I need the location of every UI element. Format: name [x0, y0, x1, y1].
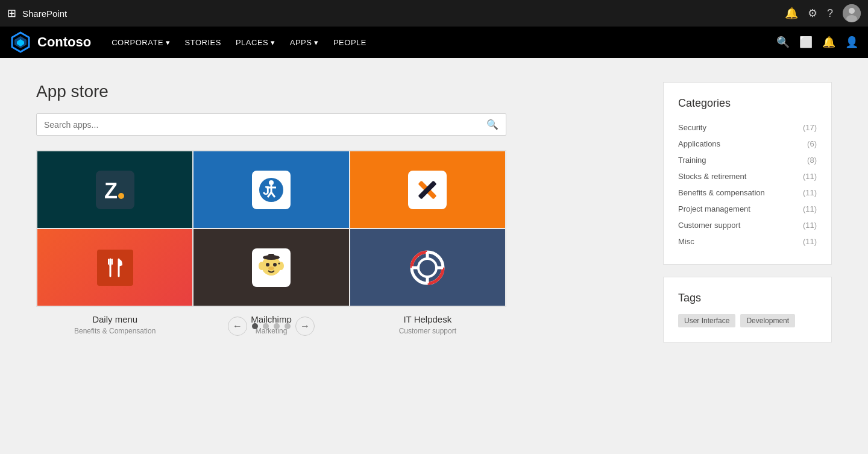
nav-bar: Contoso CORPORATE ▾ STORIES PLACES ▾ APP…	[0, 27, 868, 58]
nav-corporate[interactable]: CORPORATE ▾	[105, 34, 176, 51]
page-dot-2[interactable]	[263, 323, 269, 329]
svg-point-2	[846, 15, 857, 22]
category-applications[interactable]: Applications (6)	[678, 136, 817, 152]
brand-icon	[10, 31, 31, 53]
tag-development[interactable]: Development	[740, 314, 795, 327]
category-training[interactable]: Training (8)	[678, 152, 817, 168]
prev-page-button[interactable]: ←	[228, 317, 247, 336]
brand[interactable]: Contoso	[10, 31, 91, 53]
category-benefits[interactable]: Benefits & compensation (11)	[678, 184, 817, 201]
svg-text:Z: Z	[104, 178, 118, 202]
nav-person-icon[interactable]: 👤	[845, 36, 858, 49]
search-input[interactable]	[44, 120, 486, 130]
dailymenu-sub: Benefits & Compensation	[47, 327, 183, 335]
jira-banner: J	[193, 151, 348, 228]
mailchimp-info: Mailchimp Marketing	[193, 306, 348, 344]
ithelpdesk-info: IT Helpdesk Customer support	[350, 306, 505, 344]
svg-point-10	[269, 180, 274, 185]
svg-point-7	[118, 193, 124, 199]
notification-icon[interactable]: 🔔	[785, 7, 798, 20]
jira-logo: J	[258, 177, 285, 203]
ithelpdesk-logo	[409, 250, 445, 286]
tags-list: User Interface Development	[678, 314, 817, 327]
nav-bar-right: 🔍 ⬜ 🔔 👤	[776, 36, 858, 49]
mailchimp-banner	[193, 229, 348, 306]
brand-name: Contoso	[37, 34, 91, 50]
app-card-mailchimp[interactable]: Mailchimp Marketing	[193, 229, 349, 306]
svg-point-34	[418, 259, 436, 277]
nav-links: CORPORATE ▾ STORIES PLACES ▾ APPS ▾ PEOP…	[105, 34, 373, 51]
svg-rect-29	[268, 254, 274, 259]
page-dot-1[interactable]	[252, 323, 258, 329]
svg-point-31	[278, 262, 280, 264]
dailymenu-info: Daily menu Benefits & Compensation	[37, 306, 192, 344]
top-bar-left: ⊞ SharePoint	[7, 7, 67, 20]
mailchimp-logo	[252, 248, 291, 287]
category-customer-support[interactable]: Customer support (11)	[678, 217, 817, 233]
svg-point-23	[266, 263, 269, 266]
ithelpdesk-name: IT Helpdesk	[360, 314, 495, 324]
ithelpdesk-sub: Customer support	[360, 327, 495, 335]
page-dot-4[interactable]	[285, 323, 291, 329]
top-bar: ⊞ SharePoint 🔔 ⚙ ?	[0, 0, 868, 27]
search-icon: 🔍	[486, 119, 498, 130]
help-icon[interactable]: ?	[827, 7, 833, 20]
top-bar-right: 🔔 ⚙ ?	[785, 4, 861, 22]
tags-card: Tags User Interface Development	[663, 277, 832, 342]
zendesk-logo: Z	[103, 178, 127, 202]
dailymenu-logo	[104, 257, 126, 279]
category-project-mgmt[interactable]: Project management (11)	[678, 201, 817, 217]
settings-icon[interactable]: ⚙	[808, 7, 817, 20]
svg-point-24	[273, 263, 277, 266]
dailymenu-banner	[37, 229, 192, 306]
tag-user-interface[interactable]: User Interface	[678, 314, 735, 327]
categories-card: Categories Security (17) Applications (6…	[663, 82, 832, 265]
mailchimp-name: Mailchimp	[203, 314, 339, 324]
nintex-logo	[408, 171, 447, 209]
svg-point-25	[268, 266, 274, 270]
app-card-nintex[interactable]: Nintex Services & Applications	[350, 151, 506, 229]
nav-places[interactable]: PLACES ▾	[230, 34, 281, 51]
mailchimp-sub: Marketing	[203, 327, 339, 335]
dailymenu-name: Daily menu	[47, 314, 183, 324]
app-card-ithelpdesk[interactable]: IT Helpdesk Customer support	[350, 229, 506, 306]
dropdown-arrow-places: ▾	[271, 38, 275, 47]
nav-share-icon[interactable]: ⬜	[799, 36, 813, 49]
app-card-jira[interactable]: J Jira Project management	[193, 151, 349, 229]
ithelpdesk-banner	[350, 229, 505, 306]
nav-bar-left: Contoso CORPORATE ▾ STORIES PLACES ▾ APP…	[10, 31, 373, 53]
zendesk-banner: Z	[37, 151, 192, 228]
category-security[interactable]: Security (17)	[678, 119, 817, 136]
categories-list: Security (17) Applications (6) Training …	[678, 119, 817, 250]
app-grid: Z Zendesk Support & ticketing	[36, 150, 506, 307]
category-stocks[interactable]: Stocks & retirement (11)	[678, 168, 817, 184]
nav-apps[interactable]: APPS ▾	[284, 34, 325, 51]
next-page-button[interactable]: →	[295, 317, 315, 336]
nav-people[interactable]: PEOPLE	[327, 34, 373, 51]
app-card-zendesk[interactable]: Z Zendesk Support & ticketing	[37, 151, 193, 229]
main-content: App store 🔍 Z Zendesk	[0, 58, 868, 367]
sharepoint-title: SharePoint	[22, 8, 67, 19]
tags-title: Tags	[678, 292, 817, 304]
page-title: App store	[36, 82, 645, 101]
svg-point-1	[849, 8, 855, 14]
nav-stories[interactable]: STORIES	[179, 34, 227, 51]
dropdown-arrow-apps: ▾	[314, 38, 319, 47]
page-dot-3[interactable]	[274, 323, 280, 329]
categories-title: Categories	[678, 97, 817, 110]
nav-search-icon[interactable]: 🔍	[776, 36, 790, 49]
app-card-dailymenu[interactable]: Daily menu Benefits & Compensation	[37, 229, 193, 306]
search-box: 🔍	[36, 113, 506, 136]
nav-bell-icon[interactable]: 🔔	[822, 36, 835, 49]
user-avatar[interactable]	[843, 4, 861, 22]
nintex-banner	[350, 151, 505, 228]
sidebar: Categories Security (17) Applications (6…	[663, 82, 832, 342]
category-misc[interactable]: Misc (11)	[678, 233, 817, 250]
waffle-icon[interactable]: ⊞	[7, 7, 16, 20]
content-area: App store 🔍 Z Zendesk	[36, 82, 645, 342]
svg-point-26	[259, 262, 265, 270]
dropdown-arrow-corporate: ▾	[166, 38, 171, 47]
